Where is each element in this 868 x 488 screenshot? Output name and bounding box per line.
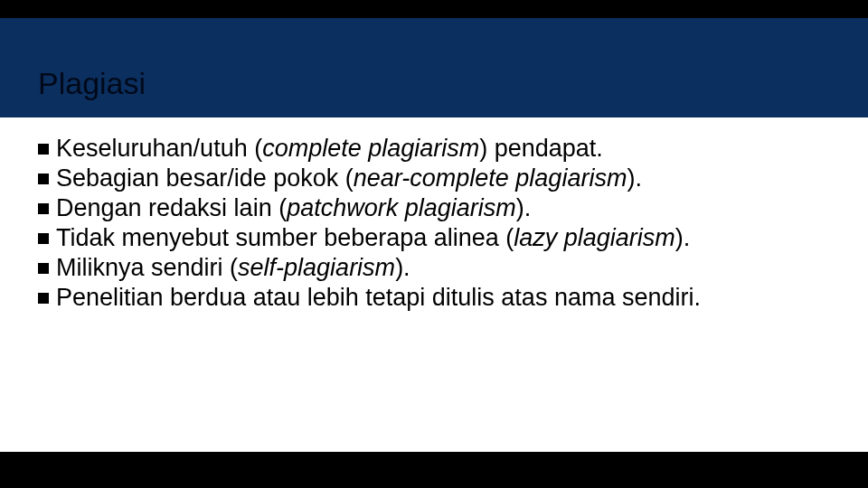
bullet-item: Dengan redaksi lain (patchwork plagiaris… bbox=[38, 193, 834, 223]
bullet-item: Sebagian besar/ide pokok (near-complete … bbox=[38, 164, 834, 193]
bullet-marker-icon bbox=[38, 144, 49, 155]
title-bar: Plagiasi bbox=[0, 18, 868, 117]
bullet-text: Dengan redaksi lain (patchwork plagiaris… bbox=[56, 193, 834, 223]
bullet-item: Miliknya sendiri (self-plagiarism). bbox=[38, 253, 834, 283]
bullet-text: Sebagian besar/ide pokok (near-complete … bbox=[56, 164, 834, 193]
slide-title: Plagiasi bbox=[38, 66, 146, 101]
bullet-item: Keseluruhan/utuh (complete plagiarism) p… bbox=[38, 134, 834, 164]
slide-content: Keseluruhan/utuh (complete plagiarism) p… bbox=[38, 134, 834, 313]
bullet-text: Penelitian berdua atau lebih tetapi ditu… bbox=[56, 283, 834, 313]
bullet-item: Penelitian berdua atau lebih tetapi ditu… bbox=[38, 283, 834, 313]
bullet-text: Tidak menyebut sumber beberapa alinea (l… bbox=[56, 223, 834, 253]
bullet-marker-icon bbox=[38, 233, 49, 244]
bullet-marker-icon bbox=[38, 293, 49, 304]
bullet-item: Tidak menyebut sumber beberapa alinea (l… bbox=[38, 223, 834, 253]
bullet-marker-icon bbox=[38, 263, 49, 274]
bullet-text: Miliknya sendiri (self-plagiarism). bbox=[56, 253, 834, 283]
bullet-marker-icon bbox=[38, 203, 49, 214]
slide: Plagiasi Keseluruhan/utuh (complete plag… bbox=[0, 18, 868, 452]
bullet-marker-icon bbox=[38, 174, 49, 184]
bullet-text: Keseluruhan/utuh (complete plagiarism) p… bbox=[56, 134, 834, 164]
